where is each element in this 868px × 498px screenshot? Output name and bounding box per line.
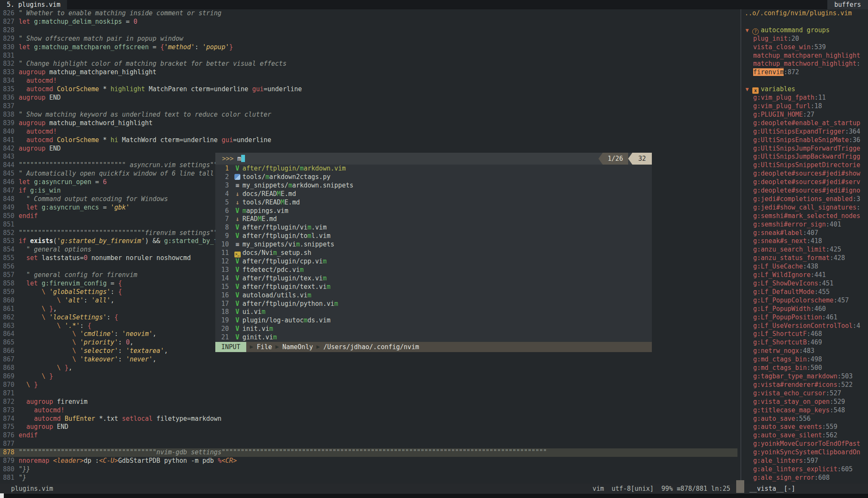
vista-tag-row[interactable]: g:auto_save_events:559 (741, 423, 868, 431)
vista-tag-row[interactable]: g:UltiSnipsSnippetDirectorie (741, 161, 868, 170)
file-result-row[interactable]: 1Vafter/ftplugin/markdown.vim (215, 165, 652, 173)
file-result-row[interactable]: 5↓tools/README.md (215, 199, 652, 207)
code-line[interactable]: 830let g:matchup_matchparen_offscreen = … (0, 43, 737, 52)
vista-tag-row[interactable]: g:Lf_ShowDevIcons:451 (741, 280, 868, 288)
code-line[interactable]: 867 \ 'takeover': 'never', (0, 355, 737, 364)
vista-tag-row[interactable]: g:semshi#mark_selected_nodes (741, 212, 868, 221)
vista-tag-row[interactable]: matchup_matchword_highlight: (741, 60, 868, 68)
vista-tag-row[interactable]: g:anzu_status_format:428 (741, 254, 868, 263)
file-result-row[interactable]: 12Vafter/ftplugin/cpp.vim (215, 257, 652, 266)
file-result-row[interactable]: 3≡my_snippets/markdown.snippets (215, 182, 652, 190)
tab-plugins-vim[interactable]: 5. plugins.vim (0, 0, 67, 9)
vista-tag-row[interactable]: g:deoplete#sources#jedi#serv (741, 178, 868, 187)
file-result-row[interactable]: 16Vautoload/utils.vim (215, 291, 652, 300)
vista-tag-row[interactable]: plug_init:20 (741, 35, 868, 43)
vista-tag-row[interactable]: g:vista_echo_cursor:527 (741, 389, 868, 398)
vista-tag-row[interactable]: g:anzu_search_limit:425 (741, 246, 868, 254)
vista-tag-row[interactable]: vista_close_win:539 (741, 43, 868, 52)
vista-tag-row[interactable]: g:sneak#s_next:418 (741, 237, 868, 246)
code-line[interactable]: 838" Show matching keyword as underlined… (0, 111, 737, 119)
vista-tag-row[interactable]: g:md_ctags_bin:500 (741, 364, 868, 372)
file-result-row[interactable]: 7↓README.md (215, 215, 652, 224)
file-result-row[interactable]: 9Vafter/ftplugin/toml.vim (215, 232, 652, 241)
vista-tag-row[interactable]: g:vista#renderer#icons:522 (741, 381, 868, 389)
code-line[interactable]: 873 autocmd! (0, 406, 737, 415)
vista-tag-row[interactable]: g:jedi#show_call_signatures: (741, 204, 868, 212)
vista-tag-row[interactable]: g:deoplete#sources#jedi#igno (741, 187, 868, 195)
fold-arrow-icon[interactable]: ▼ (746, 85, 752, 94)
vista-tag-row[interactable]: g:netrw_nogx:483 (741, 347, 868, 355)
vista-tag-row[interactable]: g:ale_linters_explicit:605 (741, 465, 868, 474)
vista-tag-row[interactable]: g:sneak#label:407 (741, 229, 868, 238)
file-result-row[interactable]: 21Vginit.vim (215, 333, 652, 342)
code-line[interactable]: 868 \ }, (0, 364, 737, 372)
vista-tag-row[interactable]: g:md_ctags_bin:498 (741, 355, 868, 364)
vista-tag-row[interactable]: g:Lf_PopupWidth:460 (741, 305, 868, 313)
vista-tag-row[interactable]: g:UltiSnipsEnableSnipMate:36 (741, 136, 868, 145)
file-result-row[interactable]: 15Vafter/ftplugin/text.vim (215, 283, 652, 291)
file-result-row[interactable]: 18Vui.vim (215, 308, 652, 316)
vista-tag-row[interactable]: g:vista_stay_on_open:529 (741, 398, 868, 406)
code-line[interactable]: 842augroup END (0, 145, 737, 153)
vista-tag-row[interactable]: g:titlecase_map_keys:548 (741, 406, 868, 415)
code-line[interactable]: 828 (0, 26, 737, 35)
file-result-row[interactable]: 14Vafter/ftplugin/tex.vim (215, 274, 652, 283)
vista-tag-row[interactable]: g:auto_save_silent:562 (741, 431, 868, 440)
vista-tag-row[interactable]: g:Lf_PopupColorscheme:457 (741, 297, 868, 305)
search-input[interactable]: m (237, 155, 241, 162)
file-result-row[interactable]: 4↓docs/README.md (215, 190, 652, 199)
code-line[interactable]: 876endif (0, 431, 737, 440)
vista-tag-row[interactable]: g:yoinkSyncSystemClipboardOn (741, 448, 868, 457)
vista-tag-row[interactable]: matchup_matchparen_highlight (741, 52, 868, 60)
code-line[interactable]: 871 (0, 389, 737, 398)
file-result-row[interactable]: 13Vftdetect/pdc.vim (215, 266, 652, 274)
vista-tag-row[interactable]: g:UltiSnipsJumpForwardTrigge (741, 145, 868, 153)
vista-tag-row[interactable]: g:ale_linters:597 (741, 457, 868, 465)
command-line[interactable] (0, 494, 868, 498)
leaderf-input-bar[interactable]: >>>m 1/26 32 (215, 153, 652, 165)
file-result-row[interactable]: 20Vinit.vim (215, 325, 652, 333)
code-line[interactable]: 839augroup matchup_matchword_highlight (0, 119, 737, 128)
vista-tag-row[interactable]: g:Lf_UseCache:438 (741, 263, 868, 271)
file-result-row[interactable]: 10≡my_snippets/vim.snippets (215, 241, 652, 249)
code-line[interactable]: 832" Change highlight color of matching … (0, 60, 737, 68)
vista-tag-row[interactable]: g:jedi#completions_enabled:3 (741, 195, 868, 204)
vista-tag-row[interactable]: firenvim:872 (741, 68, 868, 77)
vista-section-header[interactable]: ▼?autocommand groups (741, 26, 868, 35)
fold-arrow-icon[interactable]: ▼ (746, 26, 752, 35)
scrollbar-thumb[interactable] (736, 480, 744, 493)
file-result-row[interactable]: 8Vafter/ftplugin/vim.vim (215, 224, 652, 232)
vista-tag-row[interactable]: g:yoinkMoveCursorToEndOfPast (741, 440, 868, 448)
code-line[interactable]: 837 (0, 102, 737, 111)
code-line[interactable]: 880"}} (0, 465, 737, 474)
code-line[interactable]: 826" Whether to enable matching inside c… (0, 9, 737, 18)
code-line[interactable]: 878""""""""""""""""""""""""""""""""""""n… (0, 448, 737, 457)
code-line[interactable]: 869 \ } (0, 372, 737, 381)
vista-tag-row[interactable]: g:Lf_UseVersionControlTool:4 (741, 322, 868, 330)
code-line[interactable]: 840 autocmd! (0, 128, 737, 136)
vista-tag-row[interactable]: g:Lf_ShortcutF:468 (741, 330, 868, 339)
code-line[interactable]: 881"} (0, 474, 737, 482)
code-line[interactable]: 835 autocmd ColorScheme * highlight Matc… (0, 85, 737, 94)
code-line[interactable]: 872 augroup firenvim (0, 398, 737, 406)
file-result-row[interactable]: 17Vafter/ftplugin/python.vim (215, 300, 652, 308)
vista-tag-row[interactable]: g:Lf_PopupPosition:461 (741, 313, 868, 322)
vista-tag-row[interactable]: g:vim_plug_furl:18 (741, 102, 868, 111)
code-line[interactable]: 834 autocmd! (0, 77, 737, 85)
vista-section-header[interactable]: ▼xvariables (741, 85, 868, 94)
code-line[interactable]: 870 \ } (0, 381, 737, 389)
vista-tag-row[interactable]: g:Lf_DefaultMode:455 (741, 288, 868, 297)
code-line[interactable]: 841 autocmd ColorScheme * hi MatchWord c… (0, 136, 737, 145)
vista-tag-row[interactable]: g:UltiSnipsJumpBackwardTrigg (741, 153, 868, 161)
code-line[interactable]: 827let g:matchup_delim_noskips = 0 (0, 18, 737, 26)
vista-tag-row[interactable]: g:semshi#error_sign:401 (741, 221, 868, 229)
vista-tag-row[interactable]: g:auto_save:556 (741, 415, 868, 423)
code-line[interactable]: 875 augroup END (0, 423, 737, 431)
vista-tag-row[interactable]: g:UltiSnipsExpandTrigger:364 (741, 128, 868, 136)
vista-tag-row[interactable]: g:deoplete#sources#jedi#show (741, 170, 868, 178)
file-result-row[interactable]: 19Vplugin/log-autocmds.vim (215, 316, 652, 325)
code-line[interactable]: 829" Show offscreen match pair in popup … (0, 35, 737, 43)
code-line[interactable]: 877 (0, 440, 737, 448)
file-result-row[interactable]: 2tools/markdown2ctags.py (215, 173, 652, 182)
vista-tag-row[interactable]: g:PLUGIN_HOME:27 (741, 111, 868, 119)
